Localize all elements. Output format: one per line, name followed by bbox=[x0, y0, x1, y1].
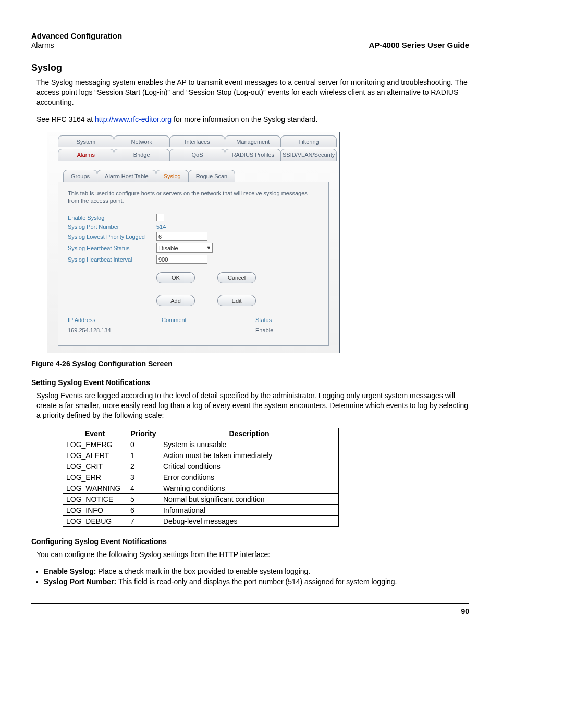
subtab-alarm-host[interactable]: Alarm Host Table bbox=[97, 170, 156, 182]
rfc-link[interactable]: http://www.rfc-editor.org bbox=[95, 115, 172, 124]
tab-management[interactable]: Management bbox=[225, 135, 281, 147]
see-pre: See RFC 3164 at bbox=[36, 115, 95, 124]
header-guide: AP-4000 Series User Guide bbox=[369, 41, 469, 50]
panel-body: This tab is used to configure hosts or s… bbox=[58, 182, 329, 346]
port-value: 514 bbox=[156, 224, 166, 230]
subtab-syslog[interactable]: Syslog bbox=[156, 170, 189, 182]
table-row: LOG_DEBUG7Debug-level messages bbox=[63, 515, 339, 526]
bullet2-text: This field is read-only and displays the… bbox=[116, 577, 397, 586]
edit-button[interactable]: Edit bbox=[217, 295, 256, 306]
syslog-screenshot: System Network Interfaces Management Fil… bbox=[47, 132, 340, 354]
tab-alarms[interactable]: Alarms bbox=[58, 149, 114, 161]
config-bullets: Enable Syslog: Place a check mark in the… bbox=[44, 567, 469, 586]
tab-bridge[interactable]: Bridge bbox=[114, 149, 170, 161]
th-priority: Priority bbox=[127, 428, 160, 439]
col-status: Status bbox=[255, 317, 308, 323]
tab-system[interactable]: System bbox=[58, 135, 114, 147]
second-tab-row: Alarms Bridge QoS RADIUS Profiles SSID/V… bbox=[47, 147, 339, 161]
chevron-down-icon: ▼ bbox=[206, 245, 211, 251]
table-row: LOG_ALERT1Action must be taken immediate… bbox=[63, 450, 339, 461]
host-table-header: IP Address Comment Status bbox=[68, 317, 319, 323]
priority-label: Syslog Lowest Priority Logged bbox=[68, 233, 156, 240]
setting-heading: Setting Syslog Event Notifications bbox=[31, 378, 469, 387]
page-number: 90 bbox=[31, 603, 469, 615]
subtab-rogue[interactable]: Rogue Scan bbox=[188, 170, 236, 182]
bullet1-label: Enable Syslog: bbox=[44, 567, 96, 575]
table-row: LOG_INFO6Informational bbox=[63, 504, 339, 515]
config-heading: Configuring Syslog Event Notifications bbox=[31, 537, 469, 546]
hb-status-label: Syslog Heartbeat Status bbox=[68, 245, 156, 251]
priority-input[interactable] bbox=[156, 232, 207, 241]
setting-para: Syslog Events are logged according to th… bbox=[36, 391, 469, 421]
see-post: for more information on the Syslog stand… bbox=[172, 115, 317, 124]
table-row: LOG_EMERG0System is unusable bbox=[63, 439, 339, 450]
top-tab-row: System Network Interfaces Management Fil… bbox=[47, 132, 339, 147]
add-button[interactable]: Add bbox=[156, 295, 195, 306]
enable-syslog-checkbox[interactable] bbox=[156, 214, 164, 221]
port-label: Syslog Port Number bbox=[68, 224, 156, 230]
th-description: Description bbox=[160, 428, 339, 439]
bullet1-text: Place a check mark in the box provided t… bbox=[96, 567, 310, 575]
bullet2-label: Syslog Port Number: bbox=[44, 577, 116, 586]
subtab-groups[interactable]: Groups bbox=[63, 170, 97, 182]
table-row: LOG_NOTICE5Normal but significant condit… bbox=[63, 493, 339, 504]
cell-comment bbox=[162, 327, 255, 334]
host-table-row[interactable]: 169.254.128.134 Enable bbox=[68, 327, 319, 334]
ok-button[interactable]: OK bbox=[156, 272, 195, 283]
subtab-row: Groups Alarm Host Table Syslog Rogue Sca… bbox=[47, 161, 339, 182]
header-subtitle: Alarms bbox=[31, 41, 122, 50]
tab-network[interactable]: Network bbox=[114, 135, 170, 147]
cancel-button[interactable]: Cancel bbox=[217, 272, 256, 283]
page-header: Advanced Configuration Alarms AP-4000 Se… bbox=[31, 31, 469, 50]
table-row: LOG_CRIT2Critical conditions bbox=[63, 461, 339, 472]
cell-status: Enable bbox=[255, 327, 308, 334]
list-item: Syslog Port Number: This field is read-o… bbox=[44, 577, 469, 586]
tab-radius[interactable]: RADIUS Profiles bbox=[225, 149, 281, 161]
priority-table: Event Priority Description LOG_EMERG0Sys… bbox=[63, 428, 339, 527]
table-row: LOG_WARNING4Warning conditions bbox=[63, 483, 339, 493]
hb-interval-input[interactable] bbox=[156, 255, 207, 264]
header-rule bbox=[31, 53, 469, 53]
table-row: LOG_ERR3Error conditions bbox=[63, 472, 339, 483]
col-ip: IP Address bbox=[68, 317, 162, 323]
panel-description: This tab is used to configure hosts or s… bbox=[68, 190, 319, 205]
section-heading: Syslog bbox=[31, 63, 469, 73]
header-title: Advanced Configuration bbox=[31, 31, 122, 40]
tab-interfaces[interactable]: Interfaces bbox=[169, 135, 226, 147]
see-para: See RFC 3164 at http://www.rfc-editor.or… bbox=[36, 115, 469, 125]
intro-para: The Syslog messaging system enables the … bbox=[36, 78, 469, 107]
hb-status-value: Disable bbox=[159, 245, 178, 251]
config-para: You can configure the following Syslog s… bbox=[36, 550, 469, 560]
cell-ip: 169.254.128.134 bbox=[68, 327, 162, 334]
enable-syslog-label: Enable Syslog bbox=[68, 215, 156, 221]
tab-ssid[interactable]: SSID/VLAN/Security bbox=[280, 149, 337, 161]
col-comment: Comment bbox=[162, 317, 255, 323]
hb-status-select[interactable]: Disable ▼ bbox=[156, 243, 213, 253]
th-event: Event bbox=[63, 428, 127, 439]
figure-caption: Figure 4-26 Syslog Configuration Screen bbox=[31, 360, 469, 368]
list-item: Enable Syslog: Place a check mark in the… bbox=[44, 567, 469, 575]
tab-qos[interactable]: QoS bbox=[169, 149, 226, 161]
hb-interval-label: Syslog Heartbeat Interval bbox=[68, 256, 156, 263]
tab-filtering[interactable]: Filtering bbox=[280, 135, 337, 147]
